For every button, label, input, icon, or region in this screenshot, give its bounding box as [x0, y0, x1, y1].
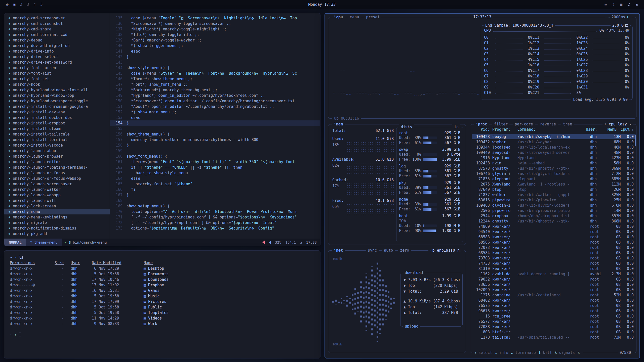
footer-shortcut[interactable]: ksignals: [554, 350, 576, 355]
proc-row[interactable]: 106746 glycin-i /usr/lib/glycin-loaders …: [472, 171, 635, 176]
file-item[interactable]: ∗omarchy-font-current: [4, 65, 110, 71]
omarchy-logo-icon[interactable]: ⊙: [6, 2, 9, 7]
proc-row[interactable]: 72073 kworker/ root 0B 0.0: [472, 245, 635, 250]
file-item[interactable]: ∗omarchy-install-dev-env: [4, 109, 110, 115]
code-line[interactable]: 160show_font_menu() {: [110, 154, 320, 159]
code-line[interactable]: 141 esac: [110, 49, 320, 54]
terminal-body[interactable]: ~ › ls Permissions Size User Date Modifi…: [4, 251, 320, 342]
file-item[interactable]: ∗omarchy-cmd-share: [4, 26, 110, 32]
code-line[interactable]: 167}: [110, 192, 320, 198]
file-item[interactable]: ∗omarchy-launch-about: [4, 148, 110, 154]
proc-row[interactable]: 68402 kworker/ root 0B 0.0: [472, 298, 635, 303]
file-item[interactable]: ∗omarchy-debug: [4, 37, 110, 43]
code-line[interactable]: 150 *Screensaver*) open_in_editor ~/.con…: [110, 98, 320, 104]
code-line[interactable]: 164 else: [110, 176, 320, 181]
proc-row[interactable]: 76577 kworker/ root 0B 0.0: [472, 319, 635, 324]
proc-row[interactable]: 1916 Hyprland Hyprland dhh 423M 0.0: [472, 155, 635, 160]
file-item[interactable]: ∗omarchy-notification-dismiss: [4, 225, 110, 231]
proc-row[interactable]: 803 btrfs-tr root 0B 0.0: [472, 329, 635, 335]
proc-row[interactable]: 109423 swaybg /usr/bin/swaybg -i /hom dh…: [472, 134, 635, 139]
proc-row[interactable]: 71835 elephant elephant dhh 385M 0.0: [472, 176, 635, 182]
workspace-2[interactable]: 2: [20, 2, 22, 7]
sort-column-selector[interactable]: ‹ cpu lazy ›: [602, 121, 633, 127]
file-item[interactable]: ∗omarchy-launch-webapp: [4, 192, 110, 198]
per-core-button[interactable]: per-core: [513, 121, 535, 127]
code-line[interactable]: 142}: [110, 54, 320, 60]
proc-row[interactable]: 1162 avahi-da avahi-daemon: running [ av…: [472, 271, 635, 277]
proc-row[interactable]: 79032 kworker/ root 0B 0.0: [472, 277, 635, 282]
file-item[interactable]: ∗omarchy-hook: [4, 82, 110, 87]
code-line[interactable]: 171 [ -f ~/.config/hypr/bindings.conf ] …: [110, 214, 320, 220]
proc-row[interactable]: 74869 kworker/ root 0B 0.0: [472, 224, 635, 229]
file-item[interactable]: ∗omarchy-install-docker-dbs: [4, 115, 110, 120]
footer-shortcut[interactable]: ↵terminate: [510, 350, 537, 355]
tree-button[interactable]: tree: [561, 121, 574, 127]
code-line[interactable]: 168: [110, 198, 320, 203]
bluetooth-icon[interactable]: ᛒ: [612, 2, 615, 7]
header-user[interactable]: User:: [586, 127, 602, 132]
proc-row[interactable]: 12244 ghostty /usr/bin/ghostty --gtk- dh…: [472, 218, 635, 224]
code-line[interactable]: 145 case $(menu "Style" "◉ Theme\n✎ Font…: [110, 71, 320, 76]
proc-row[interactable]: 2544 dropbox /home/dhh/.dropbox-dist dhh…: [472, 213, 635, 218]
proc-box-title[interactable]: ⁴proc: [474, 121, 489, 127]
code-line[interactable]: 173 options="$options\n▣ Defaults\n◍ DNS…: [110, 225, 320, 231]
file-item[interactable]: ∗omarchy-install-vscode: [4, 143, 110, 148]
proc-row[interactable]: 1170 tailscal /usr/sbin/tailscaled -- ro…: [472, 335, 635, 340]
file-item[interactable]: ∗omarchy-drive-info: [4, 49, 110, 54]
code-line[interactable]: 139 *Bar*) omarchy-toggle-waybar ;;: [110, 37, 320, 43]
code-line[interactable]: 169show_setup_menu() {: [110, 203, 320, 209]
filter-button[interactable]: filter: [492, 121, 509, 127]
volume-icon[interactable]: ♫: [628, 2, 630, 7]
code-line[interactable]: 140 *) show_trigger_menu ;;: [110, 43, 320, 49]
proc-row[interactable]: 2075 Xwayland Xwayland :1 -rootless - dh…: [472, 182, 635, 187]
code-line[interactable]: 157 omarchy-launch-walker -m menus:omarc…: [110, 137, 320, 143]
file-item[interactable]: ∗omarchy-launch-floating-terminal-: [4, 165, 110, 170]
code-line[interactable]: 136 *Screensaver*) omarchy-toggle-screen…: [110, 21, 320, 26]
prompt-line[interactable]: ~ ›: [10, 332, 315, 338]
code-line[interactable]: 138 *Idle*) omarchy-toggle-idle ;;: [110, 32, 320, 37]
interval-increase-button[interactable]: +: [625, 14, 630, 20]
header-program[interactable]: Program:: [492, 127, 517, 132]
code-line[interactable]: 170 local options="♫ Audio\n◠ Wifi\nᛒ Bl…: [110, 209, 320, 214]
code-line[interactable]: 163 back_to show_style_menu: [110, 170, 320, 176]
proc-row[interactable]: 109463 glycin-i /usr/lib/glycin-loaders …: [472, 203, 635, 208]
file-item[interactable]: ∗omarchy-launch-wifi: [4, 198, 110, 203]
proc-row[interactable]: 95673 kworker/ root 0B 0.0: [472, 308, 635, 313]
code-line[interactable]: 172 [ -f ~/.config/hypr/input.conf ] && …: [110, 220, 320, 225]
file-item[interactable]: ∗omarchy-menu: [4, 209, 110, 214]
file-item[interactable]: ∗omarchy-launch-screensaver: [4, 181, 110, 187]
footer-shortcut[interactable]: s: [577, 350, 583, 355]
proc-row[interactable]: 68586 kworker/ root 0B 0.0: [472, 240, 635, 245]
proc-row[interactable]: 94540 kworker/ root 0B 0.0: [472, 229, 635, 234]
file-item[interactable]: ∗omarchy-install-tailscale: [4, 131, 110, 137]
code-line[interactable]: 166 fi: [110, 187, 320, 192]
code-line[interactable]: 147 *Font*) show_font_menu ;;: [110, 82, 320, 87]
code-line[interactable]: 158}: [110, 143, 320, 148]
sync-button[interactable]: sync: [366, 248, 379, 253]
footer-shortcut[interactable]: ↓info: [494, 350, 509, 355]
proc-row[interactable]: 109432 waybar /usr/bin/waybar dhh 68M 0.…: [472, 139, 635, 145]
file-item[interactable]: ∗omarchy-launch-browser: [4, 154, 110, 159]
file-item[interactable]: ∗omarchy-dev-add-migration: [4, 43, 110, 49]
code-line[interactable]: 137 *Nightlight*) omarchy-toggle-nightli…: [110, 26, 320, 32]
footer-shortcut[interactable]: ↑select: [473, 350, 493, 355]
code-line[interactable]: 152 *) show_main_menu ;;: [110, 109, 320, 115]
code-line[interactable]: 162 if [[ "$theme" == "CNCLD" || -z "$th…: [110, 165, 320, 170]
code-line[interactable]: 143: [110, 60, 320, 65]
file-item[interactable]: ∗omarchy-install-dropbox: [4, 120, 110, 126]
code-line[interactable]: 155: [110, 126, 320, 131]
monitor-icon[interactable]: ▦: [620, 2, 622, 7]
proc-row[interactable]: 109344 localsea /usr/lib/localsearch-ex …: [472, 145, 635, 150]
proc-row[interactable]: 72088 kworker/ root 0B 0.0: [472, 324, 635, 329]
header-pid[interactable]: Pid:: [473, 127, 492, 132]
network-interface-selector[interactable]: ‹b enp191s0 n›: [428, 248, 464, 253]
proc-scrollbar[interactable]: [635, 134, 636, 146]
code-line[interactable]: 156show_theme_menu() {: [110, 131, 320, 137]
file-item[interactable]: ∗omarchy-migrate: [4, 220, 110, 225]
proc-row[interactable]: 16 rcu_pree root 0B 0.0: [472, 313, 635, 319]
file-item[interactable]: ∗omarchy-launch-walker: [4, 187, 110, 192]
proc-row[interactable]: 73703 kworker/ root 0B 0.0: [472, 255, 635, 261]
file-item[interactable]: ∗omarchy-cmd-screensaver: [4, 15, 110, 21]
header-cpu[interactable]: Cpu%: [617, 127, 630, 132]
workspace-1-active-icon[interactable]: ▣: [13, 2, 15, 7]
